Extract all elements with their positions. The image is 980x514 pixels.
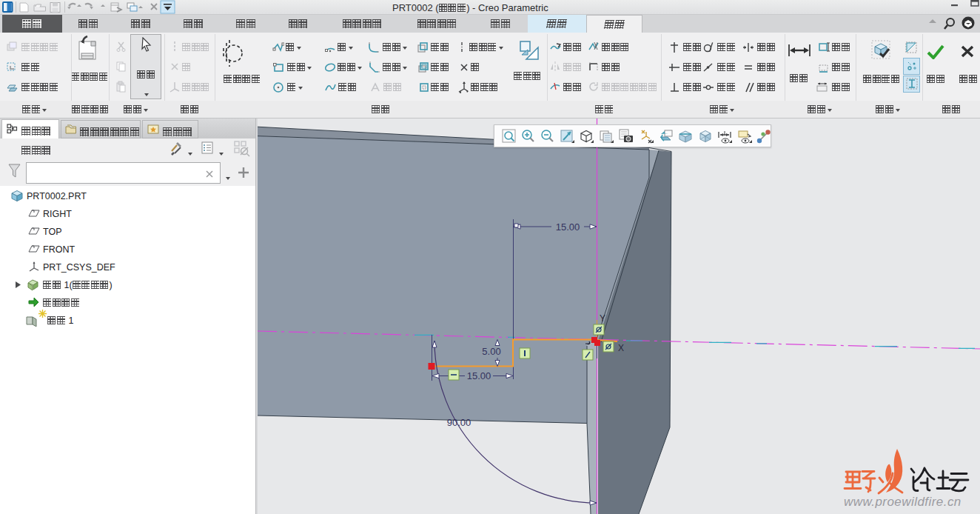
svg-text:90.00: 90.00 (447, 417, 471, 428)
svg-text:15.00: 15.00 (556, 221, 580, 233)
svg-text:15.00: 15.00 (467, 370, 491, 381)
svg-text:www.proewildfire.cn: www.proewildfire.cn (844, 495, 961, 509)
svg-text:Y: Y (600, 313, 605, 324)
svg-text:X: X (618, 343, 624, 353)
svg-text:5.00: 5.00 (482, 346, 500, 357)
